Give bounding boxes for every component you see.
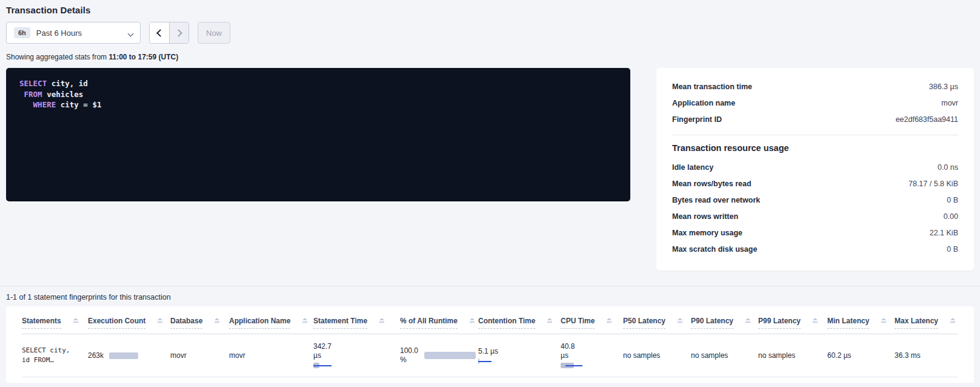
statements-table: Statements Execution Count Database Appl… <box>6 306 974 383</box>
sort-icon <box>73 318 78 323</box>
contention-time-bar <box>478 358 493 364</box>
column-header-execution-count[interactable]: Execution Count <box>88 317 170 329</box>
table-row: SELECT city, id FROM… 263k movr movr 342… <box>22 334 958 377</box>
caption-prefix: Showing aggregated stats from <box>6 53 107 61</box>
section-divider <box>0 286 980 286</box>
max-latency-cell: 36.3 ms <box>895 351 958 360</box>
p99-latency-cell: no samples <box>758 351 827 360</box>
stat-row-mean-rows-written: Mean rows written 0.00 <box>672 208 958 224</box>
card-divider <box>672 135 958 135</box>
min-latency-cell: 60.2 µs <box>827 351 895 360</box>
column-header-application-name[interactable]: Application Name <box>229 317 313 329</box>
time-picker-row: 6h Past 6 Hours Now <box>6 22 974 44</box>
stat-row-max-scratch-disk-usage: Max scratch disk usage 0 B <box>672 241 958 257</box>
statement-link[interactable]: SELECT city, id FROM… <box>22 346 88 365</box>
aggregated-stats-caption: Showing aggregated stats from 11:00 to 1… <box>6 53 974 61</box>
sort-icon <box>158 318 162 323</box>
cpu-time-cell: 40.8 µs <box>561 342 623 369</box>
p50-latency-cell: no samples <box>623 351 691 360</box>
sort-icon <box>215 318 219 323</box>
transaction-summary-card: Mean transaction time 386.3 µs Applicati… <box>656 68 974 271</box>
sql-line: FROM vehicles <box>19 89 617 100</box>
column-header-p50-latency[interactable]: P50 Latency <box>623 317 691 329</box>
percent-runtime-bar <box>424 352 476 359</box>
application-name-cell: movr <box>229 351 313 360</box>
statement-time-bar <box>313 363 342 369</box>
page-title: Transaction Details <box>6 5 974 15</box>
previous-time-button[interactable] <box>150 22 169 43</box>
stat-row-bytes-read-over-network: Bytes read over network 0 B <box>672 192 958 208</box>
sql-statement-box: SELECT city, id FROM vehicles WHERE city… <box>6 68 630 201</box>
execution-count-bar <box>109 352 138 359</box>
main-content: SELECT city, id FROM vehicles WHERE city… <box>6 68 974 271</box>
column-header-p90-latency[interactable]: P90 Latency <box>691 317 758 329</box>
time-range-badge: 6h <box>14 27 30 38</box>
sort-icon <box>547 318 552 323</box>
cpu-time-bar <box>561 363 585 369</box>
statements-summary: 1-1 of 1 statement fingerprints for this… <box>6 293 974 301</box>
stat-row-max-memory-usage: Max memory usage 22.1 KiB <box>672 224 958 241</box>
percent-runtime-cell: 100.0 % <box>400 346 478 365</box>
column-header-statement-time[interactable]: Statement Time <box>313 317 400 329</box>
chevron-left-icon <box>156 29 164 37</box>
chevron-down-icon <box>128 27 133 38</box>
resource-usage-heading: Transaction resource usage <box>672 143 958 153</box>
column-header-percent-of-all-runtime[interactable]: % of All Runtime <box>400 317 478 329</box>
sql-line: SELECT city, id <box>19 78 617 89</box>
column-header-min-latency[interactable]: Min Latency <box>827 317 895 329</box>
sort-icon <box>813 318 818 323</box>
page-header: Transaction Details 6h Past 6 Hours Now … <box>0 0 980 61</box>
column-header-statements[interactable]: Statements <box>22 317 88 329</box>
sort-icon <box>950 318 955 323</box>
sort-icon <box>745 318 750 323</box>
column-header-database[interactable]: Database <box>170 317 229 329</box>
stat-row-idle-latency: Idle latency 0.0 ns <box>672 159 958 175</box>
time-range-dropdown[interactable]: 6h Past 6 Hours <box>6 22 141 44</box>
statement-time-cell: 342.7 µs <box>313 342 400 369</box>
sql-line: WHERE city = $1 <box>19 99 617 110</box>
p90-latency-cell: no samples <box>691 351 758 360</box>
stat-row-application-name: Application name movr <box>672 95 958 111</box>
next-time-button[interactable] <box>169 22 188 43</box>
sort-icon <box>881 318 886 323</box>
execution-count-cell: 263k <box>88 351 170 360</box>
sort-icon <box>678 318 682 323</box>
column-header-p99-latency[interactable]: P99 Latency <box>758 317 827 329</box>
column-header-max-latency[interactable]: Max Latency <box>895 317 958 329</box>
caption-range: 11:00 to 17:59 (UTC) <box>108 53 178 61</box>
contention-time-cell: 5.1 µs <box>478 347 561 364</box>
stat-row-fingerprint-id: Fingerprint ID ee2df683f5aa9411 <box>672 111 958 127</box>
sort-icon <box>470 318 475 323</box>
chevron-right-icon <box>175 29 182 37</box>
table-header-row: Statements Execution Count Database Appl… <box>22 306 958 334</box>
sort-icon <box>607 318 612 323</box>
sort-icon <box>379 318 384 323</box>
time-range-label: Past 6 Hours <box>36 29 82 38</box>
now-button[interactable]: Now <box>198 22 230 44</box>
column-header-contention-time[interactable]: Contention Time <box>478 317 561 329</box>
stat-row-mean-rows-bytes-read: Mean rows/bytes read 78.17 / 5.8 KiB <box>672 175 958 192</box>
column-header-cpu-time[interactable]: CPU Time <box>561 317 623 329</box>
sort-icon <box>302 318 307 323</box>
database-cell: movr <box>170 351 229 360</box>
stat-row-mean-transaction-time: Mean transaction time 386.3 µs <box>672 78 958 95</box>
time-nav-group <box>149 22 189 44</box>
